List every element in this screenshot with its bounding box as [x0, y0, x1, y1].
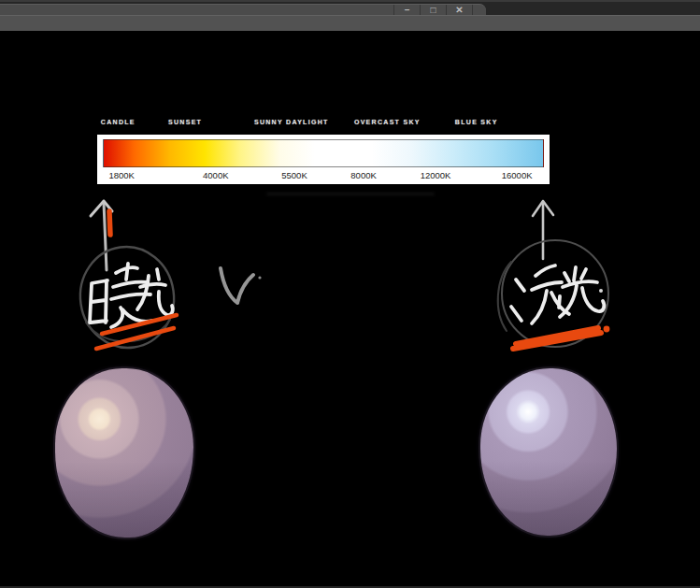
chart-tick-label: 16000K	[502, 170, 533, 180]
chart-category-label: SUNNY DAYLIGHT	[254, 119, 329, 125]
chart-category-labels: CANDLESUNSETSUNNY DAYLIGHTOVERCAST SKYBL…	[97, 118, 550, 130]
chart-tick-label: 1800K	[108, 170, 134, 180]
titlebar-row: – □ ✕	[0, 0, 700, 15]
chart-category-label: SUNSET	[168, 119, 202, 125]
chart-tick-label: 8000K	[350, 170, 376, 180]
chart-tick-label: 5500K	[281, 170, 307, 180]
chart-tick-label: 12000K	[421, 170, 451, 180]
chart-category-label: OVERCAST SKY	[354, 119, 421, 125]
color-temperature-chart: CANDLESUNSETSUNNY DAYLIGHTOVERCAST SKYBL…	[97, 118, 550, 184]
cool-light-sphere	[480, 368, 617, 536]
temperature-gradient-bar	[103, 139, 544, 167]
toolbar-bar	[0, 15, 700, 31]
chart-category-label: BLUE SKY	[455, 119, 498, 125]
chart-tick-label: 4000K	[203, 170, 228, 180]
app-window: – □ ✕ CANDLESUNSETSUNNY DAYLIGHTOVERCAST…	[0, 0, 700, 588]
chart-white-panel: 1800K4000K5500K8000K12000K16000K	[97, 135, 550, 184]
chart-category-label: CANDLE	[101, 119, 136, 125]
faint-smudge	[266, 193, 435, 195]
chart-tick-labels: 1800K4000K5500K8000K12000K16000K	[97, 170, 550, 182]
warm-light-sphere	[55, 368, 193, 538]
